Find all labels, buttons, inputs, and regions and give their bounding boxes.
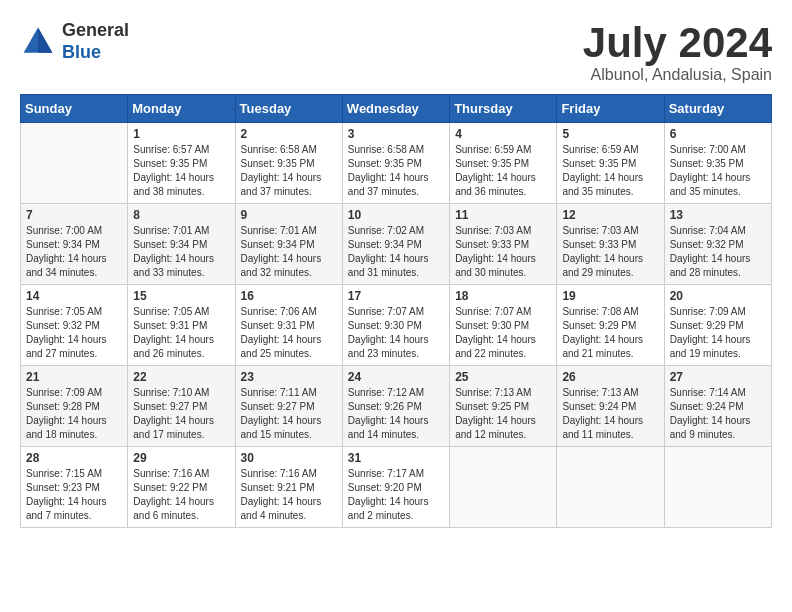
cell-info: Sunrise: 7:01 AMSunset: 9:34 PMDaylight:… [133, 224, 229, 280]
cell-info: Sunrise: 7:10 AMSunset: 9:27 PMDaylight:… [133, 386, 229, 442]
calendar-cell: 8Sunrise: 7:01 AMSunset: 9:34 PMDaylight… [128, 204, 235, 285]
day-number: 22 [133, 370, 229, 384]
calendar-cell: 15Sunrise: 7:05 AMSunset: 9:31 PMDayligh… [128, 285, 235, 366]
cell-info: Sunrise: 7:13 AMSunset: 9:25 PMDaylight:… [455, 386, 551, 442]
cell-info: Sunrise: 6:59 AMSunset: 9:35 PMDaylight:… [455, 143, 551, 199]
weekday-header: Friday [557, 95, 664, 123]
calendar-cell: 4Sunrise: 6:59 AMSunset: 9:35 PMDaylight… [450, 123, 557, 204]
calendar-cell: 6Sunrise: 7:00 AMSunset: 9:35 PMDaylight… [664, 123, 771, 204]
calendar-cell: 31Sunrise: 7:17 AMSunset: 9:20 PMDayligh… [342, 447, 449, 528]
day-number: 6 [670, 127, 766, 141]
calendar-cell: 7Sunrise: 7:00 AMSunset: 9:34 PMDaylight… [21, 204, 128, 285]
day-number: 4 [455, 127, 551, 141]
day-number: 15 [133, 289, 229, 303]
calendar-week-row: 7Sunrise: 7:00 AMSunset: 9:34 PMDaylight… [21, 204, 772, 285]
calendar-cell: 11Sunrise: 7:03 AMSunset: 9:33 PMDayligh… [450, 204, 557, 285]
cell-info: Sunrise: 7:08 AMSunset: 9:29 PMDaylight:… [562, 305, 658, 361]
calendar-cell: 19Sunrise: 7:08 AMSunset: 9:29 PMDayligh… [557, 285, 664, 366]
calendar-cell: 16Sunrise: 7:06 AMSunset: 9:31 PMDayligh… [235, 285, 342, 366]
calendar-cell: 28Sunrise: 7:15 AMSunset: 9:23 PMDayligh… [21, 447, 128, 528]
day-number: 7 [26, 208, 122, 222]
calendar-cell: 23Sunrise: 7:11 AMSunset: 9:27 PMDayligh… [235, 366, 342, 447]
cell-info: Sunrise: 7:05 AMSunset: 9:32 PMDaylight:… [26, 305, 122, 361]
cell-info: Sunrise: 7:16 AMSunset: 9:22 PMDaylight:… [133, 467, 229, 523]
cell-info: Sunrise: 7:03 AMSunset: 9:33 PMDaylight:… [455, 224, 551, 280]
calendar-week-row: 21Sunrise: 7:09 AMSunset: 9:28 PMDayligh… [21, 366, 772, 447]
cell-info: Sunrise: 7:14 AMSunset: 9:24 PMDaylight:… [670, 386, 766, 442]
day-number: 21 [26, 370, 122, 384]
day-number: 2 [241, 127, 337, 141]
calendar-cell [664, 447, 771, 528]
calendar-cell: 30Sunrise: 7:16 AMSunset: 9:21 PMDayligh… [235, 447, 342, 528]
calendar-week-row: 1Sunrise: 6:57 AMSunset: 9:35 PMDaylight… [21, 123, 772, 204]
day-number: 29 [133, 451, 229, 465]
title-block: July 2024 Albunol, Andalusia, Spain [583, 20, 772, 84]
cell-info: Sunrise: 7:17 AMSunset: 9:20 PMDaylight:… [348, 467, 444, 523]
day-number: 3 [348, 127, 444, 141]
calendar-cell: 17Sunrise: 7:07 AMSunset: 9:30 PMDayligh… [342, 285, 449, 366]
cell-info: Sunrise: 7:07 AMSunset: 9:30 PMDaylight:… [348, 305, 444, 361]
calendar-cell [21, 123, 128, 204]
logo-blue: Blue [62, 42, 101, 62]
calendar-cell: 1Sunrise: 6:57 AMSunset: 9:35 PMDaylight… [128, 123, 235, 204]
day-number: 30 [241, 451, 337, 465]
calendar-cell: 27Sunrise: 7:14 AMSunset: 9:24 PMDayligh… [664, 366, 771, 447]
day-number: 27 [670, 370, 766, 384]
calendar-cell: 29Sunrise: 7:16 AMSunset: 9:22 PMDayligh… [128, 447, 235, 528]
weekday-row: SundayMondayTuesdayWednesdayThursdayFrid… [21, 95, 772, 123]
calendar-cell: 13Sunrise: 7:04 AMSunset: 9:32 PMDayligh… [664, 204, 771, 285]
calendar-week-row: 28Sunrise: 7:15 AMSunset: 9:23 PMDayligh… [21, 447, 772, 528]
cell-info: Sunrise: 7:00 AMSunset: 9:34 PMDaylight:… [26, 224, 122, 280]
cell-info: Sunrise: 7:04 AMSunset: 9:32 PMDaylight:… [670, 224, 766, 280]
calendar-cell: 12Sunrise: 7:03 AMSunset: 9:33 PMDayligh… [557, 204, 664, 285]
day-number: 20 [670, 289, 766, 303]
cell-info: Sunrise: 6:59 AMSunset: 9:35 PMDaylight:… [562, 143, 658, 199]
svg-marker-1 [38, 27, 52, 52]
day-number: 10 [348, 208, 444, 222]
calendar-header: SundayMondayTuesdayWednesdayThursdayFrid… [21, 95, 772, 123]
day-number: 13 [670, 208, 766, 222]
month-title: July 2024 [583, 20, 772, 66]
logo-text: General Blue [62, 20, 129, 63]
logo-general: General [62, 20, 129, 40]
cell-info: Sunrise: 7:06 AMSunset: 9:31 PMDaylight:… [241, 305, 337, 361]
calendar-cell: 9Sunrise: 7:01 AMSunset: 9:34 PMDaylight… [235, 204, 342, 285]
day-number: 18 [455, 289, 551, 303]
weekday-header: Tuesday [235, 95, 342, 123]
calendar-cell: 25Sunrise: 7:13 AMSunset: 9:25 PMDayligh… [450, 366, 557, 447]
day-number: 16 [241, 289, 337, 303]
cell-info: Sunrise: 7:01 AMSunset: 9:34 PMDaylight:… [241, 224, 337, 280]
calendar-cell [450, 447, 557, 528]
cell-info: Sunrise: 7:11 AMSunset: 9:27 PMDaylight:… [241, 386, 337, 442]
cell-info: Sunrise: 7:15 AMSunset: 9:23 PMDaylight:… [26, 467, 122, 523]
calendar-week-row: 14Sunrise: 7:05 AMSunset: 9:32 PMDayligh… [21, 285, 772, 366]
day-number: 9 [241, 208, 337, 222]
calendar-cell: 3Sunrise: 6:58 AMSunset: 9:35 PMDaylight… [342, 123, 449, 204]
cell-info: Sunrise: 6:57 AMSunset: 9:35 PMDaylight:… [133, 143, 229, 199]
cell-info: Sunrise: 7:09 AMSunset: 9:28 PMDaylight:… [26, 386, 122, 442]
cell-info: Sunrise: 7:00 AMSunset: 9:35 PMDaylight:… [670, 143, 766, 199]
day-number: 1 [133, 127, 229, 141]
calendar-cell: 21Sunrise: 7:09 AMSunset: 9:28 PMDayligh… [21, 366, 128, 447]
cell-info: Sunrise: 7:13 AMSunset: 9:24 PMDaylight:… [562, 386, 658, 442]
cell-info: Sunrise: 7:09 AMSunset: 9:29 PMDaylight:… [670, 305, 766, 361]
calendar-cell: 2Sunrise: 6:58 AMSunset: 9:35 PMDaylight… [235, 123, 342, 204]
day-number: 12 [562, 208, 658, 222]
day-number: 23 [241, 370, 337, 384]
cell-info: Sunrise: 7:16 AMSunset: 9:21 PMDaylight:… [241, 467, 337, 523]
cell-info: Sunrise: 7:02 AMSunset: 9:34 PMDaylight:… [348, 224, 444, 280]
weekday-header: Wednesday [342, 95, 449, 123]
calendar-cell: 18Sunrise: 7:07 AMSunset: 9:30 PMDayligh… [450, 285, 557, 366]
weekday-header: Sunday [21, 95, 128, 123]
calendar-cell: 26Sunrise: 7:13 AMSunset: 9:24 PMDayligh… [557, 366, 664, 447]
cell-info: Sunrise: 6:58 AMSunset: 9:35 PMDaylight:… [241, 143, 337, 199]
day-number: 31 [348, 451, 444, 465]
calendar-cell: 14Sunrise: 7:05 AMSunset: 9:32 PMDayligh… [21, 285, 128, 366]
calendar-body: 1Sunrise: 6:57 AMSunset: 9:35 PMDaylight… [21, 123, 772, 528]
day-number: 26 [562, 370, 658, 384]
cell-info: Sunrise: 7:12 AMSunset: 9:26 PMDaylight:… [348, 386, 444, 442]
weekday-header: Thursday [450, 95, 557, 123]
day-number: 11 [455, 208, 551, 222]
calendar-cell: 10Sunrise: 7:02 AMSunset: 9:34 PMDayligh… [342, 204, 449, 285]
calendar-cell [557, 447, 664, 528]
